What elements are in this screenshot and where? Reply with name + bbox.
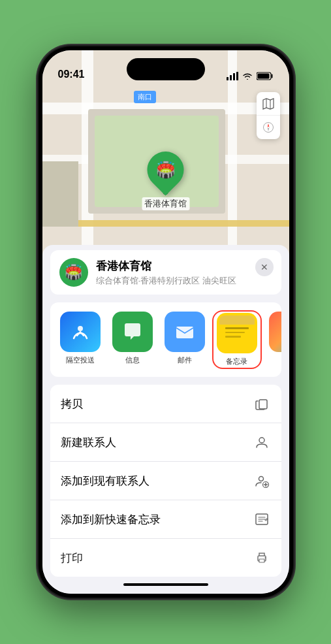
phone-frame: 09:41 xyxy=(39,46,293,598)
copy-icon xyxy=(253,394,271,413)
svg-rect-2 xyxy=(233,73,235,80)
print-icon xyxy=(253,549,271,567)
svg-rect-8 xyxy=(176,327,193,338)
mail-icon xyxy=(165,312,205,352)
svg-rect-15 xyxy=(259,559,264,562)
action-print-label: 打印 xyxy=(61,551,83,566)
svg-point-16 xyxy=(264,557,266,558)
svg-rect-9 xyxy=(259,400,267,409)
map-type-button[interactable] xyxy=(257,92,280,116)
location-pin: 🏟️ 香港体育馆 xyxy=(142,152,189,210)
messages-label: 信息 xyxy=(125,355,140,365)
share-item-airdrop[interactable]: 隔空投送 xyxy=(57,312,104,365)
map-label-nankou: 南口 xyxy=(134,91,156,103)
action-quick-note-label: 添加到新快速备忘录 xyxy=(61,512,161,527)
airdrop-icon xyxy=(60,312,101,352)
status-time: 09:41 xyxy=(58,69,85,80)
share-item-messages[interactable]: 信息 xyxy=(109,312,156,365)
wifi-icon xyxy=(242,72,253,80)
action-new-contact[interactable]: 新建联系人 xyxy=(50,423,281,462)
messages-svg xyxy=(121,320,144,344)
compass-button[interactable] xyxy=(257,116,280,139)
notes-icon xyxy=(217,313,257,353)
svg-point-10 xyxy=(259,438,264,443)
location-name: 香港体育馆 xyxy=(96,259,272,274)
action-print[interactable]: 打印 xyxy=(50,539,281,577)
dynamic-island xyxy=(127,58,205,80)
action-copy-label: 拷贝 xyxy=(61,396,83,411)
map-controls xyxy=(257,92,280,139)
share-row: 隔空投送 信息 xyxy=(50,302,281,377)
share-item-more[interactable]: 提 xyxy=(266,312,281,365)
sheet-handle xyxy=(42,245,289,250)
pin-label: 香港体育馆 xyxy=(142,197,189,210)
svg-point-7 xyxy=(78,326,83,331)
svg-point-11 xyxy=(259,477,263,481)
bottom-sheet: 🏟️ 香港体育馆 综合体育馆·香港特别行政区 油尖旺区 ✕ xyxy=(42,245,289,594)
location-subtitle: 综合体育馆·香港特别行政区 油尖旺区 xyxy=(96,275,272,287)
status-icons xyxy=(227,72,274,80)
signal-bars-icon xyxy=(227,72,238,80)
pin-circle: 🏟️ xyxy=(140,144,191,195)
battery-icon xyxy=(257,72,274,80)
location-info: 香港体育馆 综合体育馆·香港特别行政区 油尖旺区 xyxy=(96,259,272,287)
location-header-card: 🏟️ 香港体育馆 综合体育馆·香港特别行政区 油尖旺区 ✕ xyxy=(50,250,281,295)
home-indicator xyxy=(123,583,208,586)
share-item-notes[interactable]: 备忘录 xyxy=(213,312,260,368)
add-existing-contact-icon xyxy=(253,472,271,490)
svg-rect-1 xyxy=(230,75,232,80)
share-item-mail[interactable]: 邮件 xyxy=(161,312,208,365)
svg-rect-3 xyxy=(236,72,238,80)
close-button[interactable]: ✕ xyxy=(255,258,274,276)
action-quick-note[interactable]: 添加到新快速备忘录 xyxy=(50,500,281,539)
action-add-existing-contact-label: 添加到现有联系人 xyxy=(61,474,150,489)
mail-svg xyxy=(173,320,197,344)
airdrop-label: 隔空投送 xyxy=(66,355,95,365)
pin-inner: 🏟️ xyxy=(156,161,176,179)
airdrop-svg xyxy=(69,320,92,344)
location-venue-icon: 🏟️ xyxy=(59,258,88,287)
phone-screen: 09:41 xyxy=(42,50,289,594)
more-share-icon xyxy=(269,312,281,352)
quick-note-icon xyxy=(253,510,271,528)
notes-label: 备忘录 xyxy=(226,357,247,366)
svg-rect-5 xyxy=(257,74,269,79)
messages-icon xyxy=(112,312,153,352)
action-add-existing-contact[interactable]: 添加到现有联系人 xyxy=(50,462,281,500)
action-copy[interactable]: 拷贝 xyxy=(50,385,281,423)
action-list: 拷贝 新建联系人 xyxy=(50,385,281,577)
svg-rect-0 xyxy=(227,77,229,80)
action-new-contact-label: 新建联系人 xyxy=(61,435,116,450)
mail-label: 邮件 xyxy=(178,355,192,365)
add-contact-icon xyxy=(253,433,271,451)
